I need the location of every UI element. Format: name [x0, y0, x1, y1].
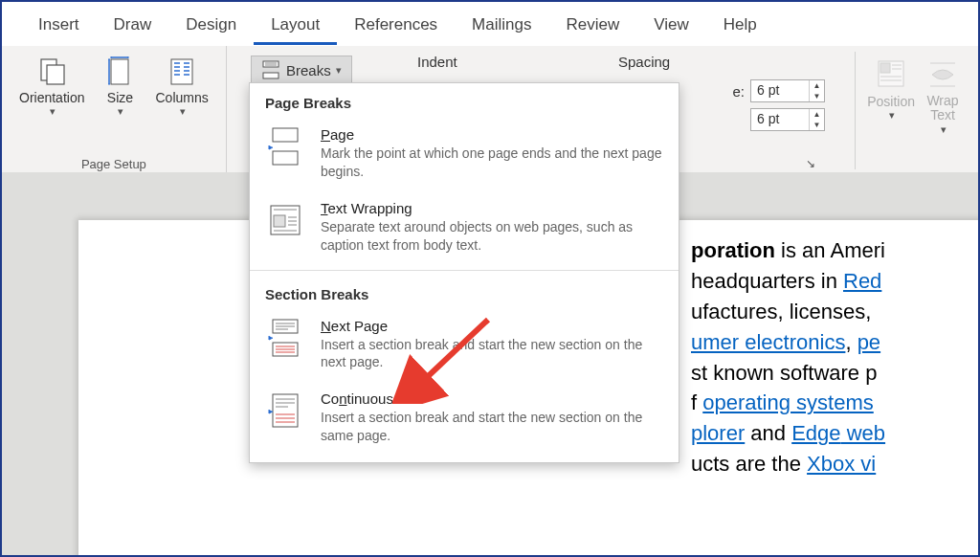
svg-rect-33: [274, 215, 285, 227]
orientation-button[interactable]: Orientation ▾: [13, 52, 90, 122]
chevron-down-icon: ▾: [118, 105, 123, 118]
spinner-down-icon[interactable]: ▼: [810, 120, 824, 130]
size-button[interactable]: Size ▾: [98, 52, 142, 122]
doc-link[interactable]: operating systems: [702, 390, 874, 414]
dropdown-item-desc: Separate text around objects on web page…: [321, 218, 663, 255]
svg-rect-23: [880, 63, 890, 73]
doc-line: poration is an Ameri: [691, 235, 978, 266]
tab-layout[interactable]: Layout: [254, 8, 337, 45]
spacing-after-value[interactable]: 6 pt: [751, 109, 809, 130]
doc-line: ucts are the Xbox vi: [691, 449, 978, 479]
section-title-section-breaks: Section Breaks: [250, 275, 679, 310]
dropdown-divider: [250, 270, 679, 271]
tab-insert[interactable]: Insert: [21, 8, 97, 45]
tab-draw[interactable]: Draw: [97, 8, 169, 45]
doc-link[interactable]: web: [841, 421, 885, 445]
paragraph-dialog-launcher[interactable]: ↘: [806, 157, 819, 170]
spinner-down-icon[interactable]: ▼: [810, 91, 824, 101]
columns-icon: [166, 56, 198, 88]
svg-rect-2: [111, 59, 128, 84]
tab-references[interactable]: References: [337, 8, 455, 45]
tab-review[interactable]: Review: [548, 8, 636, 45]
tab-mailings[interactable]: Mailings: [455, 8, 548, 45]
size-icon: [103, 56, 136, 88]
orientation-icon: [35, 56, 68, 88]
ribbon-tabs: Insert Draw Design Layout References Mai…: [2, 2, 978, 46]
arrange-group: Position ▾ Wrap Text ▾: [855, 52, 970, 169]
doc-link[interactable]: Red: [843, 269, 881, 293]
tab-help[interactable]: Help: [706, 8, 774, 45]
spacing-label: Spacing: [551, 54, 670, 70]
doc-link[interactable]: pe: [858, 330, 880, 354]
doc-line: headquarters in Red: [691, 266, 978, 297]
page-setup-group-label: Page Setup: [81, 157, 146, 171]
doc-link[interactable]: plorer: [691, 421, 745, 445]
wrap-text-icon: [926, 57, 959, 90]
breaks-label: Breaks: [286, 62, 331, 78]
dropdown-item-title: Page: [321, 126, 663, 143]
svg-rect-18: [263, 61, 278, 67]
section-title-page-breaks: Page Breaks: [250, 83, 679, 119]
orientation-label: Orientation: [19, 90, 84, 105]
breaks-icon: [261, 60, 280, 79]
dropdown-item-desc: Mark the point at which one page ends an…: [321, 145, 663, 181]
spacing-before-label-fragment: e:: [732, 83, 745, 100]
dropdown-item-title: Continuous: [321, 390, 663, 407]
dropdown-item-desc: Insert a section break and start the new…: [321, 336, 663, 372]
size-label: Size: [107, 90, 133, 105]
tab-design[interactable]: Design: [168, 8, 254, 45]
text-wrapping-icon: [265, 200, 305, 240]
indent-label: Indent: [417, 54, 551, 70]
tab-view[interactable]: View: [636, 8, 706, 45]
chevron-down-icon: ▾: [50, 105, 56, 118]
continuous-break-icon: [265, 390, 305, 431]
page-setup-group: Orientation ▾ Size ▾: [2, 46, 227, 175]
chevron-down-icon: ▾: [941, 123, 947, 136]
spinner-up-icon[interactable]: ▲: [810, 80, 824, 91]
spinner-up-icon[interactable]: ▲: [810, 109, 824, 120]
doc-line: plorer and Edge web: [691, 418, 978, 449]
doc-link[interactable]: Edge: [791, 421, 840, 445]
svg-rect-1: [47, 65, 64, 84]
svg-rect-31: [273, 151, 298, 165]
position-button: Position ▾: [863, 56, 919, 169]
dropdown-item-page[interactable]: Page Mark the point at which one page en…: [250, 119, 679, 192]
dropdown-item-desc: Insert a section break and start the new…: [321, 409, 663, 445]
svg-rect-30: [273, 128, 298, 142]
doc-link[interactable]: Xbox vi: [807, 452, 876, 476]
dropdown-item-title: Next Page: [321, 318, 663, 334]
page-break-icon: [265, 126, 305, 167]
dropdown-item-title: Text Wrapping: [321, 200, 663, 216]
svg-rect-19: [263, 73, 278, 78]
breaks-button[interactable]: Breaks ▾: [251, 56, 352, 84]
doc-line: st known software p: [691, 358, 978, 389]
chevron-down-icon: ▾: [889, 109, 895, 122]
breaks-dropdown: Page Breaks Page Mark the point at which…: [249, 82, 679, 463]
doc-link[interactable]: umer electronics: [691, 330, 845, 354]
wrap-text-button: Wrap Text ▾: [923, 56, 963, 169]
doc-line: umer electronics, pe: [691, 327, 978, 358]
doc-line: ufactures, licenses,: [691, 297, 978, 327]
dropdown-item-continuous[interactable]: Continuous Insert a section break and st…: [250, 383, 679, 457]
spacing-after-spinner[interactable]: 6 pt ▲ ▼: [750, 108, 825, 131]
columns-button[interactable]: Columns ▾: [149, 52, 213, 122]
chevron-down-icon: ▾: [180, 105, 186, 118]
columns-label: Columns: [155, 90, 208, 105]
position-icon: [875, 57, 907, 90]
wrap-text-label: Wrap Text: [926, 94, 958, 123]
position-label: Position: [867, 94, 915, 109]
dropdown-item-text-wrapping[interactable]: Text Wrapping Separate text around objec…: [250, 192, 679, 266]
dropdown-item-next-page[interactable]: Next Page Insert a section break and sta…: [250, 310, 679, 384]
spacing-before-value[interactable]: 6 pt: [751, 80, 809, 101]
doc-line: f operating systems: [691, 388, 978, 418]
spacing-before-spinner[interactable]: 6 pt ▲ ▼: [750, 79, 825, 102]
next-page-break-icon: [265, 318, 305, 358]
chevron-down-icon: ▾: [333, 64, 342, 77]
